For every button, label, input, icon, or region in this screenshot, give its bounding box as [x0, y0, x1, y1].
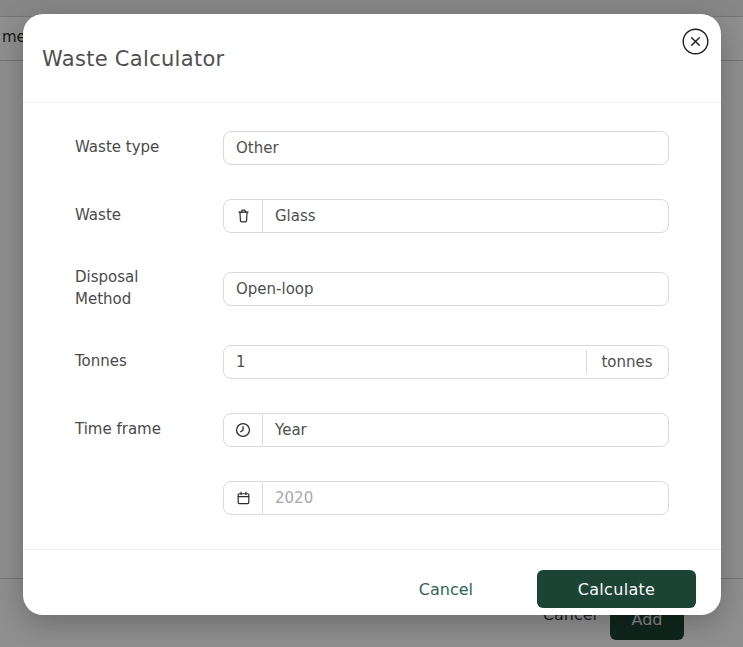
field-row-tonnes: Tonnes tonnes	[75, 345, 669, 379]
year-control	[223, 481, 669, 515]
waste-type-label: Waste type	[75, 137, 223, 159]
waste-input[interactable]	[263, 200, 668, 232]
field-row-time-frame: Time frame	[75, 413, 669, 447]
year-input[interactable]	[263, 482, 668, 514]
dialog-title: Waste Calculator	[42, 47, 721, 71]
waste-type-control	[223, 131, 669, 165]
dialog-header: Waste Calculator	[23, 14, 721, 103]
screen: me Cancel Add Waste Calculator Waste typ…	[0, 0, 743, 647]
clock-icon	[224, 414, 263, 446]
cancel-button[interactable]: Cancel	[419, 580, 473, 599]
field-row-disposal-method: Disposal Method	[75, 267, 669, 311]
trash-icon	[224, 200, 263, 232]
disposal-method-label: Disposal Method	[75, 267, 223, 311]
waste-type-input[interactable]	[224, 132, 668, 164]
close-button[interactable]	[682, 28, 709, 55]
tonnes-label: Tonnes	[75, 351, 223, 373]
field-row-waste-type: Waste type	[75, 131, 669, 165]
dialog-body: Waste type Waste	[23, 103, 721, 549]
waste-control	[223, 199, 669, 233]
close-icon	[682, 28, 709, 55]
field-row-waste: Waste	[75, 199, 669, 233]
calculate-button[interactable]: Calculate	[537, 570, 696, 608]
tonnes-unit-suffix: tonnes	[586, 346, 668, 378]
time-frame-label: Time frame	[75, 419, 223, 441]
waste-calculator-dialog: Waste Calculator Waste type Waste	[23, 14, 721, 615]
calendar-icon	[224, 482, 263, 514]
tonnes-input[interactable]	[224, 346, 586, 378]
time-frame-input[interactable]	[263, 414, 668, 446]
disposal-method-control	[223, 272, 669, 306]
disposal-method-input[interactable]	[224, 273, 668, 305]
field-row-year	[75, 481, 669, 515]
time-frame-control	[223, 413, 669, 447]
dialog-footer: Cancel Calculate	[23, 549, 721, 635]
tonnes-control: tonnes	[223, 345, 669, 379]
waste-label: Waste	[75, 205, 223, 227]
